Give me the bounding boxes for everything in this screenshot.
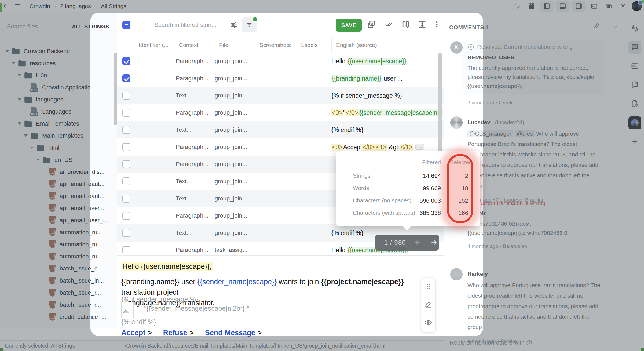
mention-chip[interactable]: @dies xyxy=(515,130,535,137)
approve-all-icon[interactable] xyxy=(384,20,394,29)
col-english-source[interactable]: English (source) xyxy=(336,42,377,48)
sidebar-scrollbar[interactable] xyxy=(114,53,117,125)
comment-author[interactable]: lec_blr xyxy=(467,210,604,217)
more-options-kebab-icon[interactable] xyxy=(433,20,441,29)
translation-memory-icon[interactable] xyxy=(628,60,641,72)
filter-button[interactable] xyxy=(242,17,257,32)
table-vertical-scrollbar[interactable] xyxy=(438,53,442,163)
email-action-link[interactable]: Refuse xyxy=(163,329,187,337)
tree-item[interactable]: l10n xyxy=(0,69,130,81)
row-checkbox[interactable] xyxy=(122,229,130,237)
row-checkbox[interactable] xyxy=(122,160,130,168)
pin-icon[interactable] xyxy=(592,22,600,30)
comments-tab-icon[interactable] xyxy=(628,41,641,54)
duplicate-icon[interactable] xyxy=(367,20,376,29)
keyboard-icon[interactable] xyxy=(603,0,614,12)
fit-height-icon[interactable] xyxy=(418,20,427,29)
glossary-book-icon[interactable] xyxy=(628,78,641,91)
preview-eye-icon[interactable] xyxy=(424,319,432,327)
tree-item[interactable]: Main Templates xyxy=(0,130,137,142)
email-action-link[interactable]: Accept xyxy=(121,329,145,337)
comment-author[interactable]: Harkeiy xyxy=(467,271,604,277)
app-tile-icon[interactable] xyxy=(628,116,641,129)
row-checkbox[interactable] xyxy=(122,126,130,134)
comment-item[interactable]: K Resolved: Current translation is wrong… xyxy=(444,40,625,106)
caret-down-icon[interactable] xyxy=(18,74,21,76)
comment-author[interactable]: Lucsdev_ (lucsdev24) xyxy=(467,119,604,126)
save-button[interactable]: SAVE xyxy=(336,19,362,32)
caret-down-icon[interactable] xyxy=(36,159,40,161)
caret-down-icon[interactable] xyxy=(18,122,21,125)
compose-icon[interactable] xyxy=(511,0,523,12)
layout-bottom-panel-icon[interactable] xyxy=(556,1,569,12)
tree-item[interactable]: resources xyxy=(0,57,124,69)
row-checkbox[interactable] xyxy=(122,195,130,203)
tree-item[interactable]: languages xyxy=(0,93,130,105)
context-info-icon[interactable] xyxy=(628,97,641,110)
table-row[interactable]: Paragraph... group_join... <0>"</0>{{sen… xyxy=(117,104,444,122)
col-screenshots[interactable]: Screenshots xyxy=(259,42,291,48)
col-labels[interactable]: Labels xyxy=(301,42,318,48)
breadcrumb-languages[interactable]: 2 languages xyxy=(60,3,91,9)
row-checkbox[interactable] xyxy=(122,143,130,151)
reply-input[interactable]: Reply or mention others with @ xyxy=(450,339,532,346)
folder-icon xyxy=(43,156,51,163)
user-avatar[interactable] xyxy=(632,1,642,11)
comment-author[interactable]: REMOVED_USER xyxy=(467,54,600,61)
col-file[interactable]: File xyxy=(219,42,228,48)
next-page-icon[interactable] xyxy=(430,239,438,247)
caret-down-icon[interactable] xyxy=(18,98,21,101)
comment-meta: 4 months ago • Belarusian xyxy=(467,243,604,249)
prev-page-icon[interactable] xyxy=(414,239,422,247)
row-checkbox[interactable] xyxy=(122,92,130,100)
table-row[interactable]: Paragraph... group_join... Hello {{user.… xyxy=(117,53,444,70)
mention-chip[interactable]: @CLS_manager xyxy=(467,130,513,137)
table-row[interactable]: Text... group_join... {% endif %} xyxy=(117,121,444,139)
grid-icon[interactable] xyxy=(525,0,537,12)
layout-right-panel-icon[interactable] xyxy=(572,1,586,12)
cell-source-text: <0>"</0>{{sender_message|escape|nl2 xyxy=(331,109,444,116)
placeholder-link[interactable]: {{sender_name|escape}} xyxy=(197,278,277,286)
edit-pencil-icon[interactable] xyxy=(425,301,432,308)
col-context[interactable]: Context xyxy=(179,42,198,48)
all-strings-button[interactable]: ALL STRINGS xyxy=(72,24,109,30)
translate-icon[interactable] xyxy=(628,22,641,35)
tag-token: <0> xyxy=(331,144,343,151)
terminal-icon[interactable] xyxy=(588,0,600,12)
row-checkbox[interactable] xyxy=(122,177,130,185)
breadcrumb-all-strings[interactable]: All Strings xyxy=(101,3,126,9)
search-strings-input[interactable]: Search in filtered strin... xyxy=(154,21,227,28)
table-row[interactable]: Paragraph... group_join... {{branding.na… xyxy=(117,70,444,87)
col-identifier[interactable]: Identifier (... xyxy=(139,42,169,48)
comment-item[interactable]: HHarkeiy Who will approve Portuguese ira… xyxy=(444,267,625,344)
add-app-plus-icon[interactable] xyxy=(628,135,641,148)
breadcrumb-project[interactable]: Crowdin xyxy=(30,3,50,9)
caret-down-icon[interactable] xyxy=(12,62,15,64)
tree-item[interactable]: Email Templates xyxy=(0,118,130,130)
caret-down-icon[interactable] xyxy=(24,134,28,137)
select-all-checkbox[interactable] xyxy=(122,21,130,29)
tree-item[interactable]: Crowdin Backend xyxy=(0,45,118,57)
row-checkbox[interactable] xyxy=(122,246,130,253)
email-action-link[interactable]: Send Message xyxy=(205,329,255,337)
cell-file: group_join... xyxy=(215,92,255,99)
php-file-icon: PHP xyxy=(30,107,38,116)
cell-source-text: <0>Accept</0><1> &gt;</1>LF xyxy=(331,144,444,151)
chevron-down-icon[interactable] xyxy=(612,24,619,30)
caret-down-icon[interactable] xyxy=(5,50,9,52)
layout-left-panel-icon[interactable] xyxy=(540,1,553,12)
row-checkbox[interactable] xyxy=(122,74,130,82)
menu-icon[interactable] xyxy=(12,0,24,12)
tree-item-label: batch_issue_c... xyxy=(60,265,102,272)
drag-handle-icon[interactable] xyxy=(425,283,432,290)
tune-filters-icon[interactable] xyxy=(230,21,238,29)
row-checkbox[interactable] xyxy=(122,109,130,117)
add-column-icon[interactable] xyxy=(401,20,410,29)
row-checkbox[interactable] xyxy=(122,212,130,220)
row-checkbox[interactable] xyxy=(122,57,130,65)
table-row[interactable]: Text... group_join... {% if sender_messa… xyxy=(117,87,444,104)
cell-file: group_join... xyxy=(215,161,255,168)
settings-gear-icon[interactable] xyxy=(617,0,629,12)
search-files-input[interactable]: Search files xyxy=(7,23,38,30)
caret-down-icon[interactable] xyxy=(30,147,34,149)
